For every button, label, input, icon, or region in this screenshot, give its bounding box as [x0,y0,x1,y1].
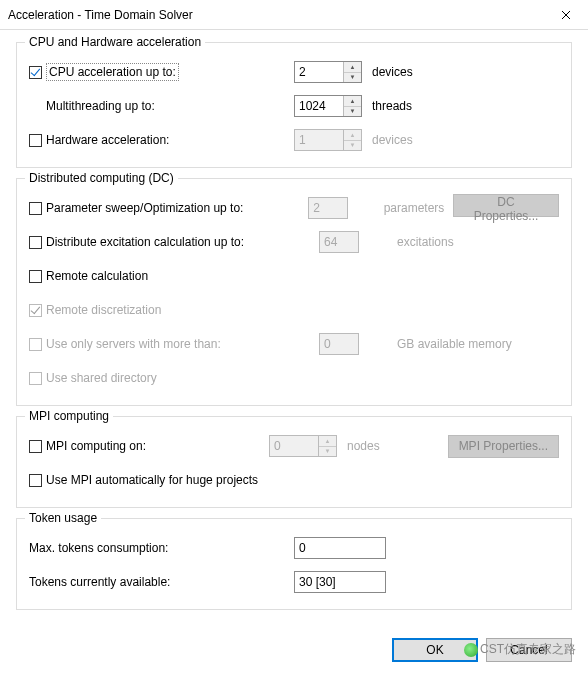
use-servers-value [320,334,356,354]
row-mpi-auto: Use MPI automatically for huge projects [29,465,559,495]
mpi-auto-checkbox[interactable] [29,474,42,487]
row-mpi-on: MPI computing on: ▲▼ nodes MPI Propertie… [29,431,559,461]
hw-accel-checkbox[interactable] [29,134,42,147]
mpi-on-label: MPI computing on: [46,439,146,453]
row-param-sweep: Parameter sweep/Optimization up to: para… [29,193,559,223]
use-servers-input [319,333,359,355]
spin-up-icon[interactable]: ▲ [344,62,361,73]
distribute-exc-value [320,232,356,252]
tokens-avail-input [294,571,386,593]
distribute-exc-input [319,231,359,253]
dc-properties-button: DC Properties... [453,194,559,217]
cpu-accel-value[interactable] [295,62,343,82]
spin-down-icon[interactable]: ▼ [344,73,361,83]
remote-calc-label: Remote calculation [46,269,148,283]
row-tokens-avail: Tokens currently available: [29,567,559,597]
remote-disc-checkbox [29,304,42,317]
mpi-on-input: ▲▼ [269,435,337,457]
spin-down-icon: ▼ [344,141,361,151]
max-tokens-label: Max. tokens consumption: [29,541,168,555]
use-servers-unit: GB available memory [389,337,529,351]
multithread-unit: threads [364,99,464,113]
cpu-accel-label: CPU acceleration up to: [46,63,179,81]
param-sweep-unit: parameters [376,201,453,215]
group-title-dc: Distributed computing (DC) [25,171,178,185]
hw-accel-input: ▲▼ [294,129,362,151]
param-sweep-value [309,198,345,218]
remote-disc-label: Remote discretization [46,303,161,317]
mpi-auto-label: Use MPI automatically for huge projects [46,473,258,487]
mpi-on-value [270,436,318,456]
spin-up-icon: ▲ [344,130,361,141]
close-button[interactable] [543,0,588,30]
hw-accel-label: Hardware acceleration: [46,133,169,147]
close-icon [561,10,571,20]
tokens-avail-label: Tokens currently available: [29,575,170,589]
hw-accel-unit: devices [364,133,464,147]
row-hw-accel: Hardware acceleration: ▲▼ devices [29,125,559,155]
cpu-accel-unit: devices [364,65,464,79]
group-mpi-computing: MPI computing MPI computing on: ▲▼ nodes… [16,416,572,508]
window-title: Acceleration - Time Domain Solver [8,8,543,22]
spin-up-icon: ▲ [319,436,336,447]
spin-down-icon[interactable]: ▼ [344,107,361,117]
distribute-exc-unit: excitations [389,235,489,249]
cpu-accel-checkbox[interactable] [29,66,42,79]
multithread-value[interactable] [295,96,343,116]
row-max-tokens: Max. tokens consumption: [29,533,559,563]
dialog-footer: OK Cancel CST仿真专家之路 [0,628,588,662]
row-shared-dir: Use shared directory [29,363,559,393]
param-sweep-label: Parameter sweep/Optimization up to: [46,201,243,215]
row-remote-disc: Remote discretization [29,295,559,325]
group-token-usage: Token usage Max. tokens consumption: Tok… [16,518,572,610]
mpi-on-unit: nodes [339,439,399,453]
hw-accel-value [295,130,343,150]
group-distributed-computing: Distributed computing (DC) Parameter swe… [16,178,572,406]
cancel-button[interactable]: Cancel [486,638,572,662]
max-tokens-input[interactable] [294,537,386,559]
group-title-token: Token usage [25,511,101,525]
multithread-label: Multithreading up to: [46,99,155,113]
row-use-servers: Use only servers with more than: GB avai… [29,329,559,359]
ok-button[interactable]: OK [392,638,478,662]
mpi-on-checkbox[interactable] [29,440,42,453]
param-sweep-checkbox[interactable] [29,202,42,215]
titlebar: Acceleration - Time Domain Solver [0,0,588,30]
param-sweep-input [308,197,348,219]
row-distribute-excitation: Distribute excitation calculation up to:… [29,227,559,257]
row-remote-calc: Remote calculation [29,261,559,291]
group-title-cpu: CPU and Hardware acceleration [25,35,205,49]
remote-calc-checkbox[interactable] [29,270,42,283]
row-multithread: Multithreading up to: ▲▼ threads [29,91,559,121]
shared-dir-label: Use shared directory [46,371,157,385]
group-title-mpi: MPI computing [25,409,113,423]
row-cpu-accel: CPU acceleration up to: ▲▼ devices [29,57,559,87]
group-cpu-hardware: CPU and Hardware acceleration CPU accele… [16,42,572,168]
mpi-properties-button: MPI Properties... [448,435,559,458]
shared-dir-checkbox [29,372,42,385]
cpu-accel-input[interactable]: ▲▼ [294,61,362,83]
spin-up-icon[interactable]: ▲ [344,96,361,107]
spin-down-icon: ▼ [319,447,336,457]
use-servers-label: Use only servers with more than: [46,337,221,351]
distribute-exc-checkbox[interactable] [29,236,42,249]
use-servers-checkbox [29,338,42,351]
distribute-exc-label: Distribute excitation calculation up to: [46,235,244,249]
multithread-input[interactable]: ▲▼ [294,95,362,117]
